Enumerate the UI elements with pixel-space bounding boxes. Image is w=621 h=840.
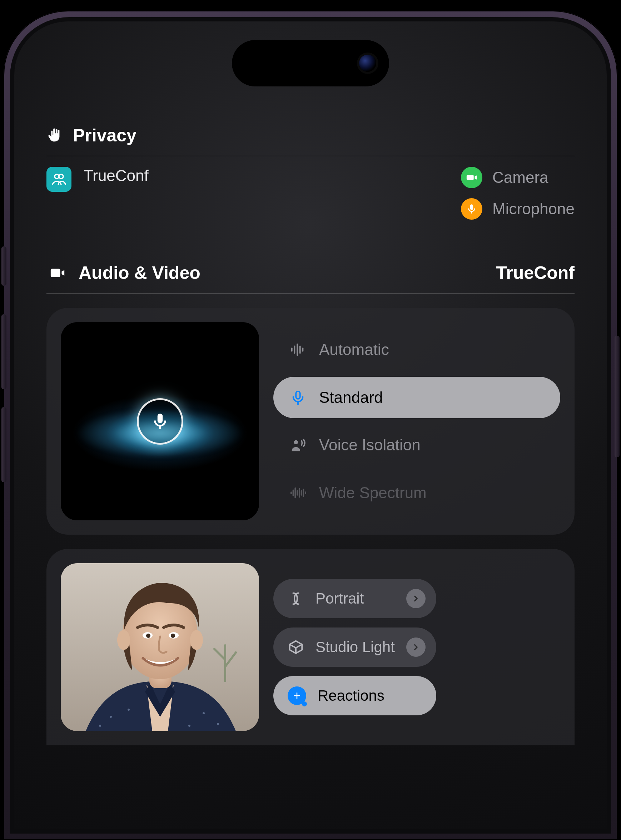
plus-circle-icon (288, 686, 306, 705)
dynamic-island (232, 40, 389, 86)
phone-bezel: Privacy TrueConf (10, 17, 611, 834)
video-icon (47, 264, 68, 281)
camera-indicator-icon (461, 167, 482, 188)
svg-point-1 (59, 174, 63, 178)
waveform-icon (289, 341, 307, 358)
video-effect-label: Portrait (315, 590, 395, 607)
svg-point-30 (171, 634, 175, 638)
mic-mode-standard[interactable]: Standard (273, 377, 560, 418)
video-effect-reactions[interactable]: Reactions (273, 676, 436, 715)
trueconf-app-icon (47, 167, 71, 192)
mic-mode-wide-spectrum[interactable]: Wide Spectrum (273, 472, 560, 514)
mic-mode-label: Voice Isolation (319, 436, 421, 454)
svg-point-34 (203, 712, 205, 714)
mic-mode-label: Wide Spectrum (319, 484, 427, 502)
microphone-icon (289, 389, 307, 406)
video-preview (61, 563, 259, 731)
svg-rect-7 (296, 391, 300, 399)
camera-indicator-label: Camera (492, 169, 548, 186)
privacy-header: Privacy (47, 125, 574, 156)
power-button[interactable] (615, 336, 619, 457)
svg-point-29 (146, 634, 150, 638)
svg-point-33 (99, 725, 101, 727)
audio-video-header: Audio & Video TrueConf (47, 263, 574, 293)
audio-video-app-name: TrueConf (496, 263, 574, 283)
svg-point-9 (294, 440, 298, 445)
mic-indicator-label: Microphone (492, 200, 574, 218)
hand-icon (47, 127, 63, 144)
svg-point-0 (55, 174, 59, 178)
mic-indicator-row: Microphone (461, 198, 574, 220)
svg-point-36 (188, 725, 191, 727)
privacy-app-row[interactable]: TrueConf Camera M (47, 167, 574, 220)
privacy-title: Privacy (73, 125, 136, 146)
aperture-icon (288, 590, 304, 607)
chevron-right-icon[interactable] (406, 589, 426, 608)
video-effect-options: Portrait Studio Light (273, 563, 436, 731)
mic-mode-voice-isolation[interactable]: Voice Isolation (273, 424, 560, 466)
svg-point-25 (117, 630, 130, 650)
chevron-right-icon[interactable] (406, 638, 426, 657)
svg-point-31 (110, 716, 112, 718)
mic-mode-automatic[interactable]: Automatic (273, 329, 560, 370)
svg-point-32 (127, 709, 130, 711)
audio-video-title: Audio & Video (79, 263, 200, 283)
cube-icon (288, 639, 304, 655)
waveform-wide-icon (289, 485, 307, 501)
video-effect-portrait[interactable]: Portrait (273, 579, 436, 618)
front-camera-lens (359, 54, 376, 72)
privacy-app-name: TrueConf (83, 167, 148, 185)
mic-mode-options: Automatic Standard Voice I (273, 322, 560, 520)
phone-frame: Privacy TrueConf (4, 11, 617, 840)
svg-point-26 (190, 630, 203, 650)
privacy-indicator-list: Camera Microphone (461, 167, 574, 220)
video-effects-card: Portrait Studio Light (47, 549, 574, 745)
mic-icon (137, 398, 183, 445)
person-wave-icon (289, 437, 307, 453)
mic-mode-card: Automatic Standard Voice I (47, 308, 574, 535)
mic-mode-label: Automatic (319, 341, 389, 358)
mic-indicator-icon (461, 198, 482, 220)
mic-mode-label: Standard (319, 388, 383, 406)
mute-switch[interactable] (2, 246, 6, 286)
screen: Privacy TrueConf (14, 21, 607, 829)
mic-mode-preview (61, 322, 259, 520)
video-effect-label: Reactions (318, 687, 426, 704)
video-effect-studio-light[interactable]: Studio Light (273, 627, 436, 667)
video-effect-label: Studio Light (315, 639, 395, 656)
volume-up-button[interactable] (2, 314, 6, 389)
control-center-sheet: Privacy TrueConf (47, 61, 574, 745)
volume-down-button[interactable] (2, 407, 6, 482)
camera-indicator-row: Camera (461, 167, 574, 188)
svg-point-35 (217, 723, 219, 725)
